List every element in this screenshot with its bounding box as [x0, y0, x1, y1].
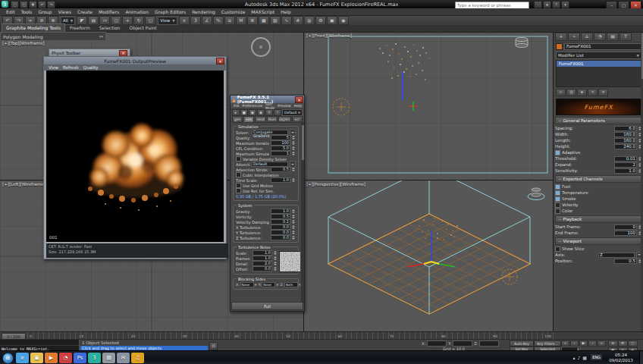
modifier-stack[interactable]: FumeFX001 [556, 60, 641, 87]
menu-item[interactable]: Modifiers [96, 9, 122, 14]
preview-menu-item[interactable]: View [46, 65, 61, 70]
fumefx-scrollbar[interactable] [301, 122, 304, 303]
spinner[interactable] [274, 261, 278, 266]
rendered-frame-icon[interactable]: ▣ [327, 16, 337, 25]
menu-item[interactable]: Animation [122, 9, 152, 14]
zoom-icon[interactable]: ⊕ [608, 340, 618, 347]
angle-snap-icon[interactable]: ∠ [202, 16, 212, 25]
fumefx-menu-item[interactable]: Preview [276, 104, 293, 108]
taskbar-internet-explorer[interactable]: e [16, 353, 29, 363]
language-indicator[interactable]: ENG [591, 354, 602, 360]
render-setup-icon[interactable]: ⚙ [315, 16, 326, 25]
create-tab[interactable]: + [555, 33, 567, 41]
motion-tab[interactable]: ◔ [594, 33, 606, 41]
ffx-grid-icon[interactable]: ▣ [249, 109, 256, 116]
parameter-value-field[interactable]: 0.01 [614, 156, 637, 162]
fumefx-dialog[interactable]: ▲ FumeFX 3.5.1 (FumeFX001...) ✕ FilePref… [230, 95, 305, 312]
fumefx-menu-item[interactable]: File [232, 104, 241, 108]
spinner-snap-icon[interactable]: ≡ [224, 16, 235, 25]
tray-network-icon[interactable]: ▦ [582, 355, 587, 360]
mirror-icon[interactable]: M [236, 16, 246, 25]
parameter-checkbox[interactable] [555, 150, 560, 155]
viewport-top-label[interactable]: [+][Top][Wireframe] [2, 41, 44, 46]
menu-item[interactable]: Tools [18, 9, 36, 14]
spinner[interactable] [292, 224, 296, 230]
rollout-playback[interactable]: Playback [555, 215, 642, 223]
channel-checkbox[interactable] [555, 184, 560, 190]
preview-menu-item[interactable]: Quality [81, 65, 101, 70]
spinner[interactable] [292, 135, 296, 140]
fumefx-menu-item[interactable]: Help [293, 104, 303, 108]
selection-lock-icon[interactable]: ⊡ [209, 342, 218, 350]
parameter-value-field[interactable]: 1 [271, 151, 290, 156]
preview-menu-item[interactable]: Refresh [61, 65, 81, 70]
menu-item[interactable]: MAXScript [248, 9, 278, 14]
select-and-manipulate-icon[interactable]: ¤ [179, 16, 190, 25]
search-icon[interactable]: ◦ [534, 1, 542, 8]
ribbon-tab[interactable]: Freeform [65, 24, 95, 32]
parameter-value-field[interactable]: 100 [271, 140, 290, 146]
channel-checkbox[interactable] [555, 190, 560, 196]
rollout-exported-channels[interactable]: Exported Channels [555, 175, 642, 183]
spinner[interactable] [292, 146, 296, 151]
blocking-side-value[interactable]: None [240, 282, 254, 287]
spinner[interactable] [274, 256, 278, 261]
spinner[interactable] [292, 219, 296, 224]
help-icon[interactable]: ? [552, 1, 560, 8]
taskbar-explorer-folder[interactable]: ▣ [30, 353, 43, 363]
parameter-value-field[interactable]: 1.0 [271, 209, 290, 214]
ffx-save-icon[interactable]: ■ [240, 109, 248, 116]
fumefx-menu-item[interactable]: Preferences [241, 104, 264, 108]
preview-close-icon[interactable]: ✕ [216, 58, 224, 64]
tray-show-hidden-icon[interactable]: ▴ [572, 355, 575, 360]
blocking-side-dropdown[interactable]: X: None ▼ [236, 282, 257, 287]
ribbon-tab[interactable]: Selection [95, 24, 125, 32]
viewport-left-label[interactable]: [+][Left][Wireframe] [2, 182, 45, 187]
snaps-toggle-icon[interactable]: 3 [190, 16, 201, 25]
parameter-value-field[interactable]: 0.5 [614, 259, 637, 264]
rollout-general-parameters[interactable]: General Parameters [555, 117, 642, 124]
go-to-end-button[interactable]: » [598, 340, 606, 347]
spinner[interactable] [292, 230, 296, 235]
infocenter-search-input[interactable] [455, 2, 529, 9]
remove-mod-icon[interactable]: ✕ [588, 89, 598, 96]
taskbar-mail[interactable]: ✉ [117, 353, 130, 363]
show-desktop-button[interactable] [639, 351, 643, 364]
spinner[interactable] [292, 214, 296, 219]
parameter-checkbox[interactable] [236, 156, 241, 162]
make-unique-icon[interactable]: ◈ [577, 89, 587, 96]
spinner[interactable] [292, 151, 296, 156]
parameter-value-field[interactable]: Z [598, 253, 635, 258]
spinner[interactable] [274, 250, 278, 256]
parameter-value-field[interactable]: 160.0 [614, 138, 637, 143]
modifier-stack-item[interactable]: FumeFX001 [557, 61, 641, 67]
blocking-side-value[interactable]: Both [284, 282, 298, 287]
parameter-value-field[interactable]: 2 [614, 162, 637, 168]
percent-snap-icon[interactable]: % [213, 16, 224, 25]
menu-item[interactable]: Create [74, 9, 96, 14]
spinner[interactable] [292, 235, 296, 240]
menu-item[interactable]: Views [55, 9, 74, 14]
star-icon[interactable]: ★ [543, 1, 551, 8]
parameter-value-field[interactable]: 0.0 [271, 235, 290, 240]
preset-dropdown[interactable]: Default▼ [282, 109, 303, 116]
ffx-list-icon[interactable]: ≡ [265, 109, 273, 116]
chevron-down-icon[interactable]: ▾ [561, 1, 569, 8]
render-production-icon[interactable]: ◉ [338, 16, 349, 25]
menu-item[interactable]: Help [278, 9, 294, 14]
parameter-value-field[interactable]: 0.0 [271, 224, 290, 230]
menu-item[interactable]: Group [35, 9, 55, 14]
channel-checkbox[interactable] [555, 196, 560, 202]
taskbar-browser[interactable]: ◔ [59, 353, 72, 363]
parameter-value-field[interactable]: 6.0 [614, 126, 637, 131]
spinner[interactable] [274, 266, 278, 271]
next-frame-button[interactable]: › [588, 340, 597, 347]
parameter-value-field[interactable]: 5.0 [271, 146, 290, 151]
menu-item[interactable]: Edit [3, 9, 18, 14]
channel-checkbox[interactable] [555, 202, 560, 208]
blocking-side-dropdown[interactable]: Z: Both ▼ [280, 282, 300, 287]
taskbar-media-player[interactable]: ▶ [45, 353, 58, 363]
fumefx-close-icon[interactable]: ✕ [295, 96, 303, 103]
ribbon-tab[interactable]: Object Paint [124, 24, 161, 32]
fumefx-output-preview-window[interactable]: FumeFX001 OutputPreview ✕ ViewRefreshQua… [43, 56, 227, 259]
